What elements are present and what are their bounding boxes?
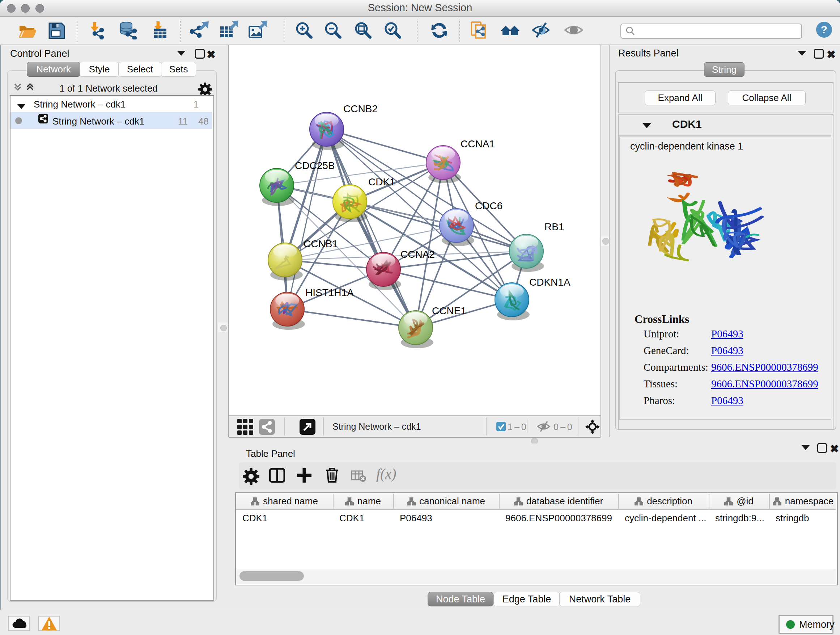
svg-text:CCNB1: CCNB1 — [303, 238, 338, 249]
svg-text:HIST1H1A: HIST1H1A — [305, 287, 354, 298]
svg-text:CCNA1: CCNA1 — [461, 138, 495, 149]
svg-text:CDKN1A: CDKN1A — [529, 277, 570, 288]
svg-text:CCNE1: CCNE1 — [432, 305, 466, 317]
svg-text:CDK1: CDK1 — [368, 176, 395, 187]
svg-text:CCNB2: CCNB2 — [343, 103, 378, 114]
svg-text:RB1: RB1 — [545, 221, 564, 233]
svg-text:?: ? — [821, 24, 827, 35]
svg-text:CCNA2: CCNA2 — [401, 249, 435, 260]
svg-text:CDC6: CDC6 — [475, 200, 502, 211]
svg-text:CDC25B: CDC25B — [295, 160, 335, 171]
